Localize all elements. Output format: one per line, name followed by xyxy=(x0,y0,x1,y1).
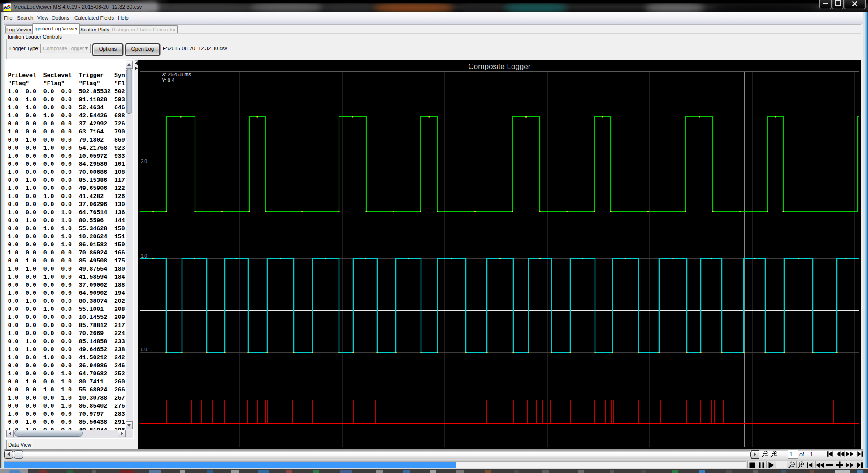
svg-text:of: of xyxy=(799,452,804,458)
svg-text:1: 1 xyxy=(810,452,813,458)
svg-text:X: 2525.8 ms: X: 2525.8 ms xyxy=(162,72,191,77)
svg-text:Composite Logger: Composite Logger xyxy=(469,62,531,71)
svg-text:Y: 0.4: Y: 0.4 xyxy=(162,77,174,83)
svg-text:2.0: 2.0 xyxy=(141,159,147,164)
svg-text:1.0: 1.0 xyxy=(141,254,147,258)
svg-text:0.0: 0.0 xyxy=(141,347,147,352)
svg-text:1: 1 xyxy=(790,452,793,458)
